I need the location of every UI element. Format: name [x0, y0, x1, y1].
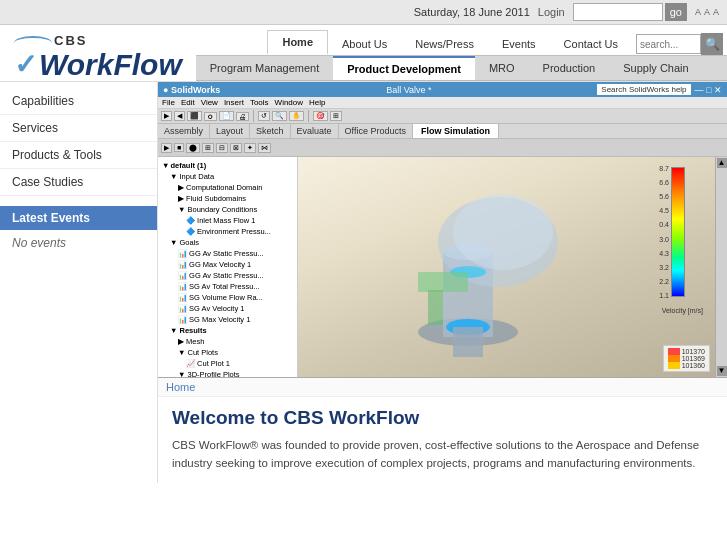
sw-tree-item[interactable]: 📊 GG Max Velocity 1	[160, 259, 295, 270]
main-content: ● SolidWorks Ball Valve * Search SolidWo…	[158, 82, 727, 483]
welcome-title: Welcome to CBS WorkFlow	[172, 407, 713, 429]
sw-viewport: 8.76.65.64.50.43.04.33.22.21.1 Velocity …	[298, 157, 715, 377]
nav-search-input[interactable]	[636, 34, 701, 54]
nav-tab-contact[interactable]: Contact Us	[550, 33, 632, 55]
subnav-mro[interactable]: MRO	[475, 57, 529, 79]
sw-colorbar-labels: 8.76.65.64.50.43.04.33.22.21.1	[659, 165, 669, 299]
sw-tree-item[interactable]: ▼ Cut Plots	[160, 347, 295, 358]
sw-tree-item[interactable]: ▼ Results	[160, 325, 295, 336]
sw-tool-btn[interactable]: ◀	[174, 111, 185, 121]
sw-tab-assembly[interactable]: Assembly	[158, 124, 210, 138]
sw-tree-panel: ▼default (1) ▼ Input Data ▶ Computationa…	[158, 157, 298, 377]
svg-rect-7	[453, 327, 483, 357]
nav-tab-news[interactable]: News/Press	[401, 33, 488, 55]
welcome-body: CBS WorkFlow® was founded to provide pro…	[172, 437, 713, 473]
sw-search-label: Search SolidWorks help	[597, 84, 690, 95]
subnav-product[interactable]: Product Development	[333, 56, 475, 80]
sw-tool2-btn[interactable]: ✦	[244, 143, 256, 153]
top-search-go-btn[interactable]: go	[665, 3, 687, 21]
nav-tab-home[interactable]: Home	[267, 30, 328, 55]
sw-tool2-btn[interactable]: ▶	[161, 143, 172, 153]
sw-tool-btn[interactable]: 📄	[219, 111, 234, 121]
nav-tab-events[interactable]: Events	[488, 33, 550, 55]
sw-tree-item[interactable]: 📊 SG Av Velocity 1	[160, 303, 295, 314]
sw-title-center: Ball Valve *	[386, 85, 431, 95]
sw-mate-btn[interactable]: ⊞	[330, 111, 342, 121]
sidebar-link-capabilities[interactable]: Capabilities	[0, 88, 157, 115]
sw-tool2-btn[interactable]: ⋈	[258, 143, 271, 153]
sw-tool-btn[interactable]: 🖨	[236, 112, 249, 121]
nav-search-btn[interactable]: 🔍	[701, 33, 723, 55]
sw-tool2-btn[interactable]: ■	[174, 143, 184, 152]
sw-tool-btn[interactable]: ⭘	[204, 112, 217, 121]
sw-main-panel: ▼default (1) ▼ Input Data ▶ Computationa…	[158, 157, 727, 377]
sw-tree-item[interactable]: ▼ 3D-Profile Plots	[160, 369, 295, 377]
logo-workflow: WorkFlow	[39, 50, 182, 80]
sidebar-link-services[interactable]: Services	[0, 115, 157, 142]
logo-check: ✓	[14, 48, 37, 81]
nav-tab-about[interactable]: About Us	[328, 33, 401, 55]
sw-tree-item[interactable]: 📊 SG Volume Flow Ra...	[160, 292, 295, 303]
sw-tab-bar: Assembly Layout Sketch Evaluate Office P…	[158, 124, 727, 139]
sw-tab-office[interactable]: Office Products	[339, 124, 413, 138]
sw-rotate-btn[interactable]: ↺	[258, 111, 270, 121]
logo-area: CBS ✓ WorkFlow	[0, 25, 196, 81]
sw-tab-evaluate[interactable]: Evaluate	[291, 124, 339, 138]
sw-tool-btn[interactable]: ▶	[161, 111, 172, 121]
sw-3d-object	[358, 172, 578, 362]
sw-window-controls[interactable]: — □ ✕	[695, 85, 722, 95]
sw-tree-item[interactable]: 📈 Cut Plot 1	[160, 358, 295, 369]
content-wrapper: Capabilities Services Products & Tools C…	[0, 82, 727, 483]
login-link[interactable]: Login	[538, 6, 565, 18]
top-nav-tabs: Home About Us News/Press Events Contact …	[196, 30, 727, 55]
sw-tree-item[interactable]: ▶ Fluid Subdomains	[160, 193, 295, 204]
subnav-production[interactable]: Production	[529, 57, 610, 79]
font-size-controls: A A A	[695, 7, 719, 17]
sw-tree-item[interactable]: 📊 SG Av Total Pressu...	[160, 281, 295, 292]
sw-tab-sketch[interactable]: Sketch	[250, 124, 291, 138]
sw-tool2-btn[interactable]: ⊟	[216, 143, 228, 153]
breadcrumb-home[interactable]: Home	[166, 381, 195, 393]
sw-tool2-btn[interactable]: ⊞	[202, 143, 214, 153]
sw-tree-item[interactable]: ▶ Computational Domain	[160, 182, 295, 193]
font-medium[interactable]: A	[704, 7, 710, 17]
sw-orient-btn[interactable]: 🎯	[313, 111, 328, 121]
sidebar-no-events: No events	[0, 230, 157, 256]
font-large[interactable]: A	[713, 7, 719, 17]
sw-tree-item[interactable]: 🔷 Inlet Mass Flow 1	[160, 215, 295, 226]
sw-tab-layout[interactable]: Layout	[210, 124, 250, 138]
sw-zoom-btn[interactable]: 🔍	[272, 111, 287, 121]
sw-tree-item[interactable]: 📊 GG Av Static Pressu...	[160, 270, 295, 281]
welcome-section: Welcome to CBS WorkFlow CBS WorkFlow® wa…	[158, 397, 727, 483]
secondary-nav: Program Management Product Development M…	[196, 55, 727, 81]
sw-tree-item[interactable]: ▼ Boundary Conditions	[160, 204, 295, 215]
sw-pan-btn[interactable]: ✋	[289, 111, 304, 121]
sidebar-link-case-studies[interactable]: Case Studies	[0, 169, 157, 196]
sw-tree-item[interactable]: 📊 GG Av Static Pressu...	[160, 248, 295, 259]
sw-scrollbar[interactable]: ▲ ▼	[715, 157, 727, 377]
sw-legend: 101370 101369 101360	[663, 345, 710, 372]
sw-tab-flow[interactable]: Flow Simulation	[413, 124, 499, 138]
font-small[interactable]: A	[695, 7, 701, 17]
sw-colorbar-unit: Velocity [m/s]	[662, 307, 703, 314]
sw-tree-item[interactable]: ▼ Goals	[160, 237, 295, 248]
subnav-program[interactable]: Program Management	[196, 57, 333, 79]
sw-colorbar	[671, 167, 685, 297]
header-row: CBS ✓ WorkFlow Home About Us News/Press …	[0, 25, 727, 82]
sw-tool2-btn[interactable]: ⊠	[230, 143, 242, 153]
sw-title-right-area: Search SolidWorks help — □ ✕	[597, 84, 722, 95]
sw-tree-item[interactable]: 🔷 Environment Pressu...	[160, 226, 295, 237]
sw-toolbar-1: ▶ ◀ ⬛ ⭘ 📄 🖨 ↺ 🔍 ✋ 🎯 ⊞	[158, 109, 727, 124]
top-bar: Saturday, 18 June 2011 Login go A A A	[0, 0, 727, 25]
subnav-supply[interactable]: Supply Chain	[609, 57, 702, 79]
top-search-input[interactable]	[573, 3, 663, 21]
sw-tree-item[interactable]: 📊 SG Max Velocity 1	[160, 314, 295, 325]
sidebar-link-products[interactable]: Products & Tools	[0, 142, 157, 169]
sw-tool2-btn[interactable]: ⬤	[186, 143, 200, 153]
sw-tree-item[interactable]: ▼default (1)	[160, 160, 295, 171]
sw-tool-btn[interactable]: ⬛	[187, 111, 202, 121]
sw-toolbar-2: ▶ ■ ⬤ ⊞ ⊟ ⊠ ✦ ⋈	[158, 139, 727, 157]
logo-cbs: CBS	[54, 33, 87, 48]
sw-tree-item[interactable]: ▼ Input Data	[160, 171, 295, 182]
sw-tree-item[interactable]: ▶ Mesh	[160, 336, 295, 347]
